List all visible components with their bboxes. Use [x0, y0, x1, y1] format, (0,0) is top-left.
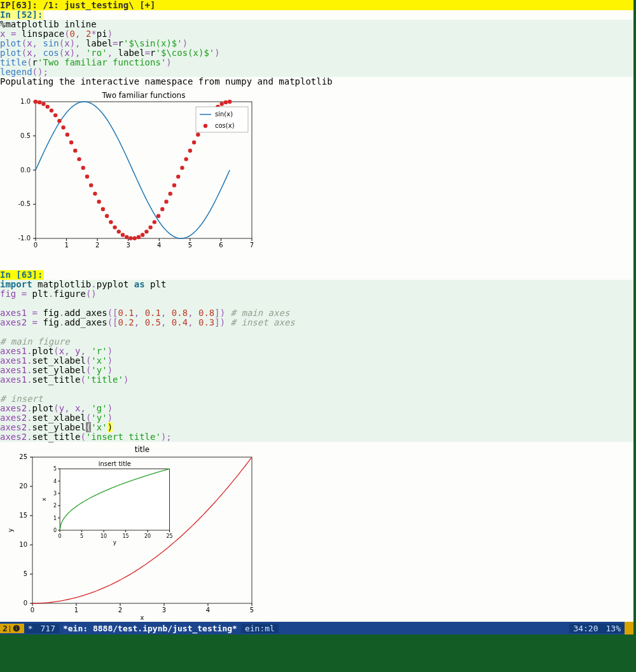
svg-point-44: [97, 200, 100, 203]
svg-text:15: 15: [123, 533, 129, 539]
cell-63: In [63]: import matplotlib.pyplot as plt…: [0, 270, 633, 442]
svg-point-51: [125, 235, 128, 239]
svg-text:x: x: [141, 614, 144, 621]
svg-text:6: 6: [219, 242, 223, 249]
modeline-mode: ein:ml: [241, 624, 279, 633]
svg-point-75: [220, 102, 224, 106]
svg-text:0.5: 0.5: [20, 132, 31, 139]
svg-point-81: [204, 124, 207, 128]
buffer-content[interactable]: In [52]: %matplotlib inline x = linspace…: [0, 10, 633, 634]
svg-text:25: 25: [167, 533, 173, 539]
svg-point-47: [109, 220, 113, 224]
svg-text:3: 3: [53, 491, 57, 497]
svg-point-42: [89, 183, 93, 187]
svg-point-34: [57, 119, 61, 123]
cell-52: In [52]: %matplotlib inline x = linspace…: [0, 10, 633, 86]
svg-point-40: [81, 166, 85, 170]
svg-rect-111: [60, 469, 170, 530]
svg-text:0: 0: [34, 242, 38, 249]
svg-text:y: y: [113, 539, 117, 545]
modeline-percent: 13%: [602, 624, 625, 633]
svg-point-55: [141, 233, 144, 237]
tab-bar[interactable]: IP[63]: /1: just_testing\ [+]: [0, 0, 633, 10]
svg-point-57: [148, 225, 152, 229]
svg-text:5: 5: [24, 570, 27, 577]
svg-text:x: x: [41, 497, 47, 501]
svg-text:0: 0: [31, 607, 34, 614]
svg-point-56: [144, 230, 148, 233]
svg-text:5: 5: [250, 607, 254, 614]
modeline-star: *: [24, 624, 37, 633]
svg-text:0: 0: [24, 600, 27, 607]
modeline-linecount: 717: [36, 624, 59, 633]
svg-point-48: [113, 225, 116, 229]
svg-point-41: [85, 175, 89, 179]
svg-text:20: 20: [19, 483, 27, 490]
svg-point-36: [66, 133, 69, 137]
emacs-frame: IP[63]: /1: just_testing\ [+] In [52]: %…: [0, 0, 633, 634]
svg-point-39: [77, 157, 81, 161]
svg-text:1: 1: [53, 516, 57, 521]
svg-text:1.0: 1.0: [20, 98, 31, 105]
svg-text:-0.5: -0.5: [18, 200, 31, 207]
svg-text:4: 4: [206, 607, 210, 614]
svg-text:5: 5: [53, 466, 57, 472]
svg-point-32: [50, 109, 53, 113]
cell-52-output: Populating the interactive namespace fro…: [0, 77, 633, 86]
svg-point-65: [180, 166, 184, 170]
svg-point-53: [133, 237, 137, 240]
modeline-position: 34:20: [569, 624, 602, 633]
svg-text:title: title: [135, 445, 149, 454]
svg-point-33: [53, 113, 57, 117]
svg-point-45: [101, 207, 105, 211]
svg-point-61: [164, 200, 168, 203]
modeline-ornament: [625, 622, 633, 634]
svg-text:insert title: insert title: [99, 460, 131, 467]
svg-point-38: [73, 149, 77, 153]
svg-text:0: 0: [59, 533, 62, 539]
svg-point-59: [156, 214, 160, 218]
svg-text:10: 10: [19, 541, 27, 548]
svg-text:5: 5: [80, 533, 83, 539]
svg-point-30: [41, 102, 45, 106]
svg-point-67: [188, 149, 192, 153]
svg-point-62: [169, 191, 172, 195]
svg-text:Two familiar functions: Two familiar functions: [102, 91, 186, 100]
svg-point-69: [196, 133, 200, 137]
svg-text:4: 4: [53, 479, 57, 484]
svg-text:4: 4: [157, 242, 161, 249]
svg-text:y: y: [7, 528, 14, 532]
code-block-63[interactable]: import matplotlib.pyplot as plt fig = pl…: [0, 280, 633, 442]
svg-point-43: [93, 191, 97, 195]
svg-point-68: [192, 141, 196, 144]
svg-text:-1.0: -1.0: [18, 235, 31, 242]
cell-in-label: In [63]:: [0, 270, 44, 280]
svg-text:2: 2: [95, 242, 99, 249]
modeline-badge: 2❘❶: [0, 624, 24, 633]
svg-point-46: [105, 214, 109, 218]
svg-point-58: [153, 220, 156, 224]
svg-text:2: 2: [118, 607, 122, 614]
svg-point-28: [34, 100, 38, 104]
svg-point-76: [224, 100, 228, 104]
svg-point-52: [128, 237, 132, 240]
svg-text:7: 7: [250, 242, 254, 249]
svg-point-49: [117, 230, 121, 233]
svg-text:10: 10: [100, 533, 107, 539]
code-block-52[interactable]: %matplotlib inline x = linspace(0, 2*pi)…: [0, 20, 633, 77]
svg-text:3: 3: [162, 607, 166, 614]
svg-point-77: [228, 100, 232, 104]
svg-text:1: 1: [64, 242, 68, 249]
svg-point-29: [38, 100, 41, 104]
svg-text:15: 15: [19, 512, 27, 519]
svg-text:cos(x): cos(x): [215, 122, 235, 129]
svg-text:5: 5: [188, 242, 192, 249]
svg-text:0.0: 0.0: [20, 167, 31, 174]
cell-in-label: In [52]:: [0, 10, 44, 20]
svg-point-66: [184, 157, 188, 161]
modeline-filename: *ein: 8888/test.ipynb/just_testing*: [59, 624, 241, 633]
svg-text:1: 1: [74, 607, 78, 614]
chart-nested-axes: title0123450510152025xyinsert title05101…: [0, 442, 633, 627]
chart-two-familiar: Two familiar functions01234567-1.0-0.50.…: [0, 86, 633, 259]
svg-point-31: [45, 105, 49, 109]
